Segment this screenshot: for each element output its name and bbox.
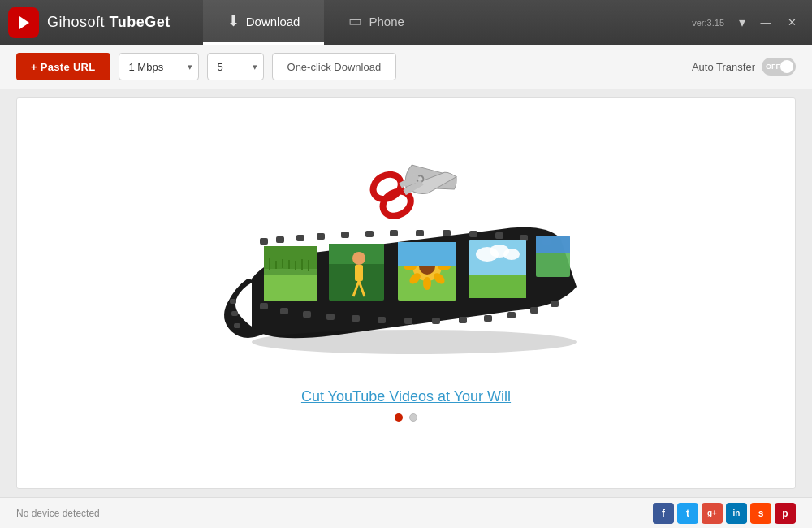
auto-transfer-label: Auto Transfer <box>692 61 755 73</box>
concurrent-select-wrapper: 1 2 3 4 5 6 8 10 ▾ <box>207 53 264 80</box>
svg-rect-4 <box>341 232 349 238</box>
svg-rect-40 <box>355 265 363 281</box>
svg-rect-19 <box>404 318 412 324</box>
main-panel: Cut YouTube Videos at Your Will <box>16 97 796 489</box>
speed-select[interactable]: 1 Mbps 2 Mbps 3 Mbps 5 Mbps Unlimited <box>119 53 199 80</box>
svg-point-50 <box>423 277 431 290</box>
dropdown-button[interactable]: ▾ <box>732 13 752 32</box>
svg-rect-8 <box>443 230 451 236</box>
download-tab-icon: ⬇ <box>227 12 240 30</box>
svg-rect-3 <box>317 233 325 240</box>
svg-rect-5 <box>365 231 374 237</box>
svg-point-39 <box>352 252 365 265</box>
svg-rect-1 <box>276 236 284 243</box>
slide-link[interactable]: Cut YouTube Videos at Your Will <box>301 388 511 405</box>
linkedin-button[interactable]: in <box>726 503 747 524</box>
auto-transfer-toggle[interactable]: OFF <box>762 58 796 76</box>
svg-rect-17 <box>352 315 360 322</box>
svg-point-59 <box>503 249 520 260</box>
svg-rect-61 <box>536 236 570 253</box>
window-controls: ver:3.15 ▾ — ✕ <box>692 13 804 32</box>
facebook-button[interactable]: f <box>653 503 674 524</box>
svg-rect-25 <box>551 301 559 307</box>
slide-dot-2[interactable] <box>409 413 417 422</box>
play-icon <box>19 16 29 29</box>
minimize-button[interactable]: — <box>754 13 778 32</box>
svg-rect-54 <box>398 242 456 266</box>
toggle-knob <box>780 60 793 73</box>
toolbar: + Paste URL 1 Mbps 2 Mbps 3 Mbps 5 Mbps … <box>0 45 812 89</box>
content-wrapper: Cut YouTube Videos at Your Will No devic… <box>0 89 812 528</box>
svg-rect-28 <box>264 275 317 301</box>
google-plus-button[interactable]: g+ <box>702 503 723 524</box>
twitter-button[interactable]: t <box>677 503 698 524</box>
svg-rect-23 <box>508 312 516 318</box>
svg-rect-20 <box>432 318 440 324</box>
tab-download[interactable]: ⬇ Download <box>203 0 325 45</box>
svg-rect-63 <box>231 311 238 316</box>
auto-transfer-area: Auto Transfer OFF <box>692 58 796 76</box>
oneclick-download-button[interactable]: One-click Download <box>272 53 397 80</box>
concurrent-select[interactable]: 1 2 3 4 5 6 8 10 <box>207 53 264 80</box>
svg-rect-56 <box>469 275 526 298</box>
svg-rect-15 <box>303 311 311 318</box>
svg-rect-10 <box>495 232 503 239</box>
social-icons: f t g+ in s p <box>653 503 796 524</box>
close-button[interactable]: ✕ <box>780 13 804 32</box>
tab-phone[interactable]: ▭ Phone <box>324 0 428 45</box>
youtube-logo-icon <box>8 7 39 38</box>
svg-rect-18 <box>378 317 386 323</box>
logo-area: Gihosoft TubeGet <box>8 7 171 38</box>
bottom-bar: No device detected f t g+ in s p <box>0 497 812 528</box>
svg-rect-16 <box>326 314 335 320</box>
speed-select-wrapper: 1 Mbps 2 Mbps 3 Mbps 5 Mbps Unlimited ▾ <box>119 53 199 80</box>
tab-phone-label: Phone <box>369 15 404 28</box>
film-illustration <box>203 165 609 376</box>
phone-tab-icon: ▭ <box>348 12 362 30</box>
stumbleupon-button[interactable]: s <box>750 503 771 524</box>
tab-download-label: Download <box>246 15 300 28</box>
toggle-off-label: OFF <box>766 63 780 71</box>
svg-rect-21 <box>459 317 467 323</box>
slide-dot-1[interactable] <box>395 413 403 422</box>
svg-rect-0 <box>260 238 268 245</box>
svg-rect-13 <box>260 303 268 309</box>
svg-rect-9 <box>469 231 477 237</box>
app-name: Gihosoft TubeGet <box>47 14 171 31</box>
svg-rect-6 <box>390 230 398 236</box>
status-text: No device detected <box>16 508 100 519</box>
svg-rect-24 <box>530 307 538 314</box>
pinterest-button[interactable]: p <box>775 503 796 524</box>
slideshow-area: Cut YouTube Videos at Your Will <box>17 98 795 488</box>
svg-point-65 <box>252 330 577 354</box>
svg-rect-2 <box>296 235 304 241</box>
svg-rect-14 <box>280 308 288 314</box>
svg-rect-62 <box>230 299 236 304</box>
svg-rect-7 <box>416 230 424 236</box>
version-label: ver:3.15 <box>692 18 724 28</box>
svg-rect-22 <box>484 315 492 322</box>
titlebar: Gihosoft TubeGet ⬇ Download ▭ Phone ver:… <box>0 0 812 45</box>
svg-rect-64 <box>234 323 240 328</box>
slide-dots <box>395 413 417 422</box>
paste-url-button[interactable]: + Paste URL <box>16 53 110 80</box>
